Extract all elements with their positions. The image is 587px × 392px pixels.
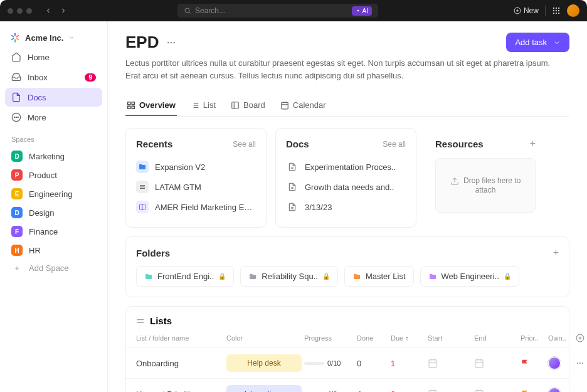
- table-row[interactable]: Onboarding Help desk 0/10 0 1: [126, 347, 569, 378]
- sidebar-space-item[interactable]: EEngineering: [5, 184, 102, 203]
- svg-point-24: [18, 117, 18, 117]
- doc-item[interactable]: Experimentation Proces..: [286, 157, 406, 177]
- col-due[interactable]: Due ↑: [391, 334, 425, 342]
- workspace-switcher[interactable]: Acme Inc.: [5, 29, 102, 46]
- folder-icon: [248, 273, 257, 280]
- tab-board[interactable]: Board: [230, 95, 267, 116]
- new-button[interactable]: New: [514, 6, 539, 15]
- end-date-button[interactable]: [474, 389, 518, 392]
- owner-avatar[interactable]: [548, 388, 561, 392]
- folder-label: Web Engineeri..: [442, 272, 499, 281]
- tab-overview[interactable]: Overview: [125, 95, 177, 116]
- doc-item[interactable]: Growth data needs and..: [286, 177, 406, 197]
- docs-icon: [11, 92, 21, 102]
- col-owner: Own..: [548, 334, 573, 342]
- svg-point-13: [556, 13, 557, 14]
- item-label: Expansion V2: [155, 162, 205, 172]
- done-cell: 0: [357, 359, 388, 368]
- folder-chip[interactable]: Reliability Squ..🔒: [240, 266, 338, 287]
- svg-line-20: [12, 36, 14, 37]
- svg-point-2: [357, 10, 359, 12]
- doc-item[interactable]: 3/13/23: [286, 197, 406, 217]
- home-icon: [11, 52, 21, 62]
- dropzone[interactable]: Drop files here to attach: [435, 158, 536, 213]
- color-tag[interactable]: Integrations: [226, 385, 302, 392]
- svg-line-19: [12, 38, 14, 40]
- sidebar-item-label: Inbox: [28, 73, 48, 82]
- recent-item[interactable]: Expansion V2: [136, 157, 256, 177]
- add-task-button[interactable]: Add task: [506, 33, 569, 52]
- add-column-button[interactable]: [576, 334, 587, 342]
- user-avatar[interactable]: [567, 4, 579, 17]
- inbox-icon: [11, 72, 21, 82]
- item-label: LATAM GTM: [155, 183, 201, 192]
- doc-icon: [286, 161, 299, 173]
- card-title: Recents: [136, 139, 172, 149]
- row-more-button[interactable]: [576, 359, 587, 368]
- svg-line-1: [189, 12, 190, 13]
- start-date-button[interactable]: [428, 389, 472, 392]
- sidebar-item-label: Home: [28, 53, 50, 62]
- svg-point-71: [582, 363, 583, 364]
- apps-icon[interactable]: [552, 6, 561, 15]
- add-folder-button[interactable]: +: [553, 247, 559, 258]
- svg-rect-30: [132, 106, 134, 109]
- col-progress: Progress: [304, 334, 354, 342]
- sidebar-item-more[interactable]: More: [5, 108, 102, 127]
- table-row[interactable]: Hemant Priorities Integrations 4/8 4 2: [126, 378, 569, 392]
- sidebar: Acme Inc. Home Inbox 9 Docs More Spaces …: [0, 21, 108, 392]
- folder-chip[interactable]: Web Engineeri..🔒: [420, 266, 519, 287]
- progress-cell: 0/10: [304, 359, 354, 367]
- svg-point-10: [556, 10, 557, 11]
- search-input[interactable]: Search... AI: [177, 4, 378, 18]
- sidebar-item-docs[interactable]: Docs: [5, 88, 102, 107]
- nav-back-button[interactable]: [42, 4, 55, 17]
- sidebar-space-item[interactable]: DMarketing: [5, 147, 102, 166]
- recent-item[interactable]: AMER Field Marketing Experim: [136, 197, 256, 217]
- folder-chip[interactable]: FrontEnd Engi..🔒: [136, 266, 234, 287]
- sidebar-item-inbox[interactable]: Inbox 9: [5, 68, 102, 87]
- color-tag[interactable]: Help desk: [226, 354, 302, 372]
- ai-button[interactable]: AI: [352, 6, 372, 16]
- min-light[interactable]: [17, 8, 23, 14]
- start-date-button[interactable]: [428, 358, 472, 368]
- priority-flag[interactable]: [521, 389, 546, 392]
- max-light[interactable]: [26, 8, 32, 14]
- col-color: Color: [226, 334, 302, 342]
- end-date-button[interactable]: [474, 358, 518, 368]
- add-space-button[interactable]: + Add Space: [5, 260, 102, 277]
- drag-icon[interactable]: [136, 317, 145, 326]
- recent-item[interactable]: LATAM GTM: [136, 177, 256, 197]
- search-icon: [184, 7, 191, 14]
- add-resource-button[interactable]: +: [530, 138, 536, 149]
- tab-calendar[interactable]: Calendar: [279, 95, 327, 116]
- traffic-lights: [8, 8, 32, 14]
- search-placeholder: Search...: [195, 6, 225, 15]
- col-start: Start: [428, 334, 472, 342]
- sidebar-space-item[interactable]: DDesign: [5, 203, 102, 222]
- folder-icon: [428, 273, 437, 280]
- see-all-link[interactable]: See all: [233, 140, 256, 149]
- priority-flag[interactable]: [521, 359, 546, 368]
- lock-icon: 🔒: [504, 273, 511, 280]
- sidebar-space-item[interactable]: PProduct: [5, 166, 102, 184]
- nav-forward-button[interactable]: [57, 4, 70, 17]
- sidebar-space-item[interactable]: FFinance: [5, 222, 102, 241]
- list-icon: [191, 101, 199, 110]
- page-more-button[interactable]: [164, 35, 179, 50]
- sidebar-space-item[interactable]: HHR: [5, 241, 102, 260]
- tab-list[interactable]: List: [189, 95, 217, 116]
- svg-point-70: [579, 363, 581, 364]
- row-more-button[interactable]: [576, 389, 587, 392]
- see-all-link[interactable]: See all: [383, 140, 406, 149]
- page-description: Lectus porttitor ultrices nulla ut curab…: [125, 57, 552, 82]
- owner-avatar[interactable]: [548, 357, 561, 369]
- space-label: Marketing: [29, 152, 65, 161]
- main-content: EPD Add task Lectus porttitor ultrices n…: [108, 21, 587, 392]
- close-light[interactable]: [8, 8, 13, 14]
- doc-icon: [286, 181, 299, 193]
- card-title: Resources: [435, 139, 484, 149]
- svg-rect-28: [128, 102, 130, 104]
- sidebar-item-home[interactable]: Home: [5, 48, 102, 66]
- folder-chip[interactable]: Master List: [344, 266, 414, 287]
